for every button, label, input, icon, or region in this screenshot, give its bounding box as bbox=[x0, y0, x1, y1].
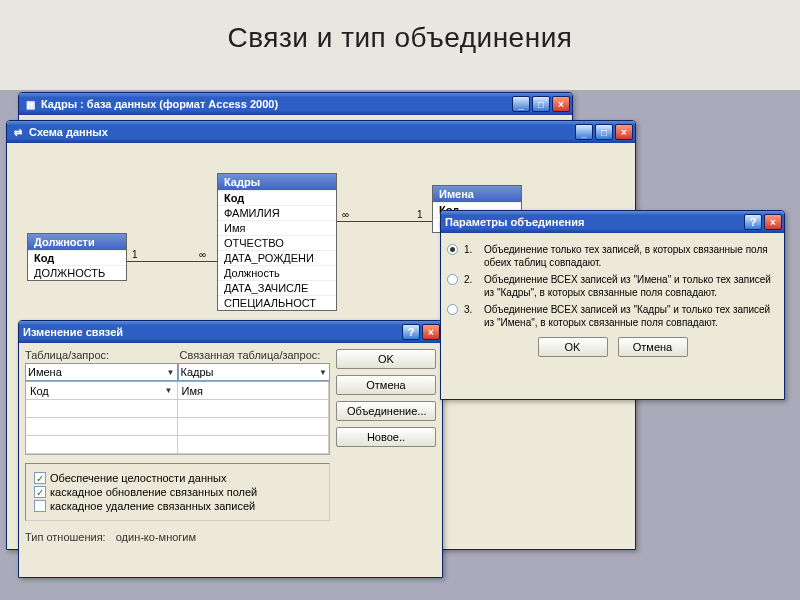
cancel-button[interactable]: Отмена bbox=[618, 337, 688, 357]
window-title: Параметры объединения bbox=[445, 216, 744, 228]
radio-icon bbox=[447, 244, 458, 255]
titlebar-edit[interactable]: Изменение связей ? × bbox=[19, 321, 442, 343]
relationship-line[interactable] bbox=[127, 261, 217, 262]
cardinality-label: 1 bbox=[132, 249, 138, 260]
checkbox-icon: ✓ bbox=[34, 472, 46, 484]
dialog-join-parameters: Параметры объединения ? × 1. Объединение… bbox=[440, 210, 785, 400]
page-title: Связи и тип объединения bbox=[0, 0, 800, 72]
label-relationship-type: Тип отношения: bbox=[25, 531, 106, 543]
value-relationship-type: один-ко-многим bbox=[116, 531, 196, 543]
chevron-down-icon: ▼ bbox=[319, 368, 327, 377]
field-cell[interactable] bbox=[178, 400, 330, 417]
field-cell[interactable] bbox=[26, 418, 178, 435]
option-number: 1. bbox=[464, 243, 478, 256]
close-button[interactable]: × bbox=[615, 124, 633, 140]
checkbox-cascade-update[interactable]: ✓каскадное обновление связанных полей bbox=[34, 486, 321, 498]
option-text: Объединение ВСЕХ записей из "Имена" и то… bbox=[484, 273, 778, 299]
help-button[interactable]: ? bbox=[402, 324, 420, 340]
db-icon: ▦ bbox=[23, 97, 37, 111]
table-kadry[interactable]: Кадры Код ФАМИЛИЯ Имя ОТЧЕСТВО ДАТА_РОЖД… bbox=[217, 173, 337, 311]
close-button[interactable]: × bbox=[552, 96, 570, 112]
checkbox-cascade-delete[interactable]: каскадное удаление связанных записей bbox=[34, 500, 321, 512]
window-title: Изменение связей bbox=[23, 326, 402, 338]
field-cell[interactable]: Имя bbox=[178, 382, 330, 399]
checkbox-icon: ✓ bbox=[34, 486, 46, 498]
table-field[interactable]: ОТЧЕСТВО bbox=[218, 235, 336, 250]
select-related-table[interactable]: Кадры▼ bbox=[178, 363, 331, 381]
table-field[interactable]: Должность bbox=[218, 265, 336, 280]
table-header: Имена bbox=[433, 186, 521, 202]
select-value: Кадры bbox=[181, 366, 214, 378]
titlebar-database[interactable]: ▦ Кадры : база данных (формат Access 200… bbox=[19, 93, 572, 115]
ok-button[interactable]: OK bbox=[336, 349, 436, 369]
titlebar-schema[interactable]: ⇄ Схема данных _ □ × bbox=[7, 121, 635, 143]
relationship-line[interactable] bbox=[337, 221, 432, 222]
cardinality-label: ∞ bbox=[199, 249, 206, 260]
help-button[interactable]: ? bbox=[744, 214, 762, 230]
close-button[interactable]: × bbox=[422, 324, 440, 340]
dialog-edit-relationships: Изменение связей ? × Таблица/запрос: Свя… bbox=[18, 320, 443, 578]
checkbox-integrity[interactable]: ✓Обеспечение целостности данных bbox=[34, 472, 321, 484]
ok-button[interactable]: OK bbox=[538, 337, 608, 357]
window-title: Схема данных bbox=[29, 126, 575, 138]
cardinality-label: 1 bbox=[417, 209, 423, 220]
chevron-down-icon: ▼ bbox=[165, 386, 173, 395]
select-table[interactable]: Имена▼ bbox=[25, 363, 178, 381]
label-table: Таблица/запрос: bbox=[25, 349, 176, 361]
field-cell[interactable] bbox=[178, 436, 330, 453]
join-button[interactable]: Объединение... bbox=[336, 401, 436, 421]
minimize-button[interactable]: _ bbox=[575, 124, 593, 140]
minimize-button[interactable]: _ bbox=[512, 96, 530, 112]
titlebar-join[interactable]: Параметры объединения ? × bbox=[441, 211, 784, 233]
table-field[interactable]: ДОЛЖНОСТЬ bbox=[28, 265, 126, 280]
cardinality-label: ∞ bbox=[342, 209, 349, 220]
close-button[interactable]: × bbox=[764, 214, 782, 230]
radio-option-2[interactable]: 2. Объединение ВСЕХ записей из "Имена" и… bbox=[447, 273, 778, 299]
checkbox-label: каскадное удаление связанных записей bbox=[50, 500, 255, 512]
radio-icon bbox=[447, 274, 458, 285]
select-value: Имена bbox=[28, 366, 62, 378]
checkbox-label: каскадное обновление связанных полей bbox=[50, 486, 257, 498]
field-cell[interactable] bbox=[26, 436, 178, 453]
new-button[interactable]: Новое.. bbox=[336, 427, 436, 447]
cancel-button[interactable]: Отмена bbox=[336, 375, 436, 395]
option-text: Объединение только тех записей, в которы… bbox=[484, 243, 778, 269]
checkbox-label: Обеспечение целостности данных bbox=[50, 472, 226, 484]
table-field[interactable]: ФАМИЛИЯ bbox=[218, 205, 336, 220]
checkbox-icon bbox=[34, 500, 46, 512]
schema-icon: ⇄ bbox=[11, 125, 25, 139]
window-title: Кадры : база данных (формат Access 2000) bbox=[41, 98, 512, 110]
table-header: Кадры bbox=[218, 174, 336, 190]
table-field[interactable]: ДАТА_ЗАЧИСЛЕ bbox=[218, 280, 336, 295]
option-number: 2. bbox=[464, 273, 478, 286]
field-cell[interactable] bbox=[26, 400, 178, 417]
table-field[interactable]: Имя bbox=[218, 220, 336, 235]
table-field[interactable]: Код bbox=[28, 250, 126, 265]
table-header: Должности bbox=[28, 234, 126, 250]
field-cell[interactable] bbox=[178, 418, 330, 435]
desktop-area: ▦ Кадры : база данных (формат Access 200… bbox=[0, 90, 800, 600]
table-field[interactable]: Код bbox=[218, 190, 336, 205]
field-cell[interactable]: Код▼ bbox=[26, 382, 178, 399]
table-dolzhnosti[interactable]: Должности Код ДОЛЖНОСТЬ bbox=[27, 233, 127, 281]
radio-option-1[interactable]: 1. Объединение только тех записей, в кот… bbox=[447, 243, 778, 269]
radio-icon bbox=[447, 304, 458, 315]
maximize-button[interactable]: □ bbox=[595, 124, 613, 140]
table-field[interactable]: ДАТА_РОЖДЕНИ bbox=[218, 250, 336, 265]
option-text: Объединение ВСЕХ записей из "Кадры" и то… bbox=[484, 303, 778, 329]
option-number: 3. bbox=[464, 303, 478, 316]
chevron-down-icon: ▼ bbox=[167, 368, 175, 377]
maximize-button[interactable]: □ bbox=[532, 96, 550, 112]
cell-value: Код bbox=[30, 385, 49, 397]
label-related-table: Связанная таблица/запрос: bbox=[180, 349, 331, 361]
cell-value: Имя bbox=[182, 385, 203, 397]
radio-option-3[interactable]: 3. Объединение ВСЕХ записей из "Кадры" и… bbox=[447, 303, 778, 329]
table-field[interactable]: СПЕЦИАЛЬНОСТ bbox=[218, 295, 336, 310]
